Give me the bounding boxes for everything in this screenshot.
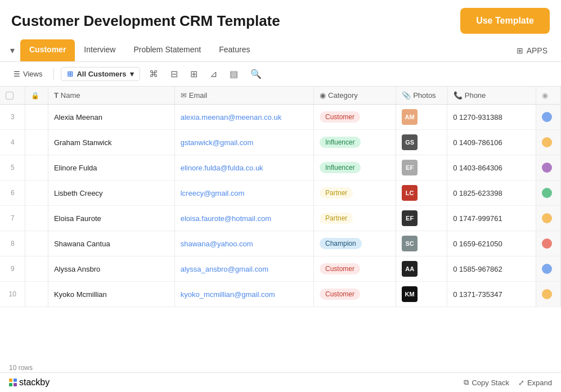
header-checkbox[interactable]	[6, 92, 14, 100]
cell-phone: 0 1585-967862	[447, 256, 536, 282]
cell-category[interactable]: Champion	[314, 231, 396, 256]
cell-category[interactable]: Customer	[314, 256, 396, 282]
cell-photos[interactable]: LC	[396, 181, 447, 205]
table-row[interactable]: 8 Shawana Cantua shawana@yahoo.com Champ…	[0, 231, 561, 256]
col-header-phone[interactable]: 📞 Phone	[447, 87, 536, 105]
cell-category[interactable]: Partner	[314, 181, 396, 206]
photos-type-icon: 📎	[402, 91, 411, 100]
col-header-category[interactable]: ◉ Category	[314, 87, 396, 105]
apps-button[interactable]: ⊞ APPS	[510, 42, 554, 60]
filter-rows-button[interactable]: ⊟	[167, 66, 181, 82]
col-header-email[interactable]: ✉ Email	[174, 87, 313, 105]
filter-rows-icon: ⊟	[170, 69, 178, 79]
table-row[interactable]: 4 Graham Stanwick gstanwick@gmail.com In…	[0, 130, 561, 155]
col-header-checkbox	[0, 87, 25, 105]
cell-email[interactable]: eloisa.faurote@hotmail.com	[174, 206, 313, 231]
brand-name: stackby	[19, 377, 50, 388]
cell-category[interactable]: Customer	[314, 105, 396, 130]
cell-photos[interactable]: GS	[396, 130, 447, 155]
header: Customer Development CRM Template Use Te…	[0, 0, 561, 39]
share-icon: ⌘	[149, 69, 158, 79]
cell-email[interactable]: shawana@yahoo.com	[174, 231, 313, 256]
row-number: 8	[0, 231, 25, 256]
row-lock	[25, 256, 48, 282]
table-row[interactable]: 5 Elinore Fulda elinore.fulda@fulda.co.u…	[0, 155, 561, 181]
filter-button[interactable]: ⊿	[207, 66, 221, 82]
tab-bar: ▾ Customer Interview Problem Statement F…	[0, 39, 561, 62]
cell-category[interactable]: Partner	[314, 206, 396, 231]
row-number: 9	[0, 256, 25, 282]
cell-name[interactable]: Elinore Fulda	[48, 155, 174, 181]
chevron-down-icon: ▾	[130, 70, 134, 78]
col-header-name[interactable]: T Name	[48, 87, 174, 105]
cell-edge	[536, 181, 561, 206]
cell-email[interactable]: lcreecy@gmail.com	[174, 181, 313, 206]
hamburger-icon: ☰	[14, 70, 20, 78]
table-row[interactable]: 6 Lisbeth Creecy lcreecy@gmail.com Partn…	[0, 181, 561, 206]
row-lock	[25, 155, 48, 181]
cell-email[interactable]: elinore.fulda@fulda.co.uk	[174, 155, 313, 181]
cell-email[interactable]: alyssa_ansbro@gmail.com	[174, 256, 313, 282]
row-lock	[25, 231, 48, 256]
cell-name[interactable]: Alyssa Ansbro	[48, 256, 174, 282]
logo-sq-2	[14, 379, 17, 382]
col-header-edge: ◉	[536, 87, 561, 105]
tab-features[interactable]: Features	[210, 39, 259, 61]
cell-phone: 0 1371-735347	[447, 282, 536, 307]
cell-photos[interactable]: AM	[396, 105, 447, 129]
views-button[interactable]: ☰ Views	[9, 67, 47, 80]
col-header-lock: 🔒	[25, 87, 48, 105]
tab-collapse-toggle[interactable]: ▾	[7, 40, 18, 60]
cell-name[interactable]: Eloisa Faurote	[48, 206, 174, 231]
cell-name[interactable]: Alexia Meenan	[48, 105, 174, 130]
col-photos-label: Photos	[413, 91, 436, 100]
copy-stack-button[interactable]: ⧉ Copy Stack	[464, 378, 509, 387]
share-icon-button[interactable]: ⌘	[146, 66, 161, 82]
cell-photos[interactable]: KM	[396, 282, 447, 307]
footer-actions: ⧉ Copy Stack ⤢ Expand	[464, 378, 552, 387]
tab-problem-statement[interactable]: Problem Statement	[124, 39, 210, 61]
cell-category[interactable]: Influencer	[314, 155, 396, 181]
cell-email[interactable]: kyoko_mcmillian@gmail.com	[174, 282, 313, 307]
cell-phone: 0 1659-621050	[447, 231, 536, 256]
cell-name[interactable]: Graham Stanwick	[48, 130, 174, 155]
row-number: 6	[0, 181, 25, 206]
tab-customer[interactable]: Customer	[20, 39, 75, 61]
cell-name[interactable]: Shawana Cantua	[48, 231, 174, 256]
col-header-photos[interactable]: 📎 Photos	[396, 87, 448, 105]
use-template-button[interactable]: Use Template	[460, 8, 550, 34]
cell-name[interactable]: Kyoko Mcmillian	[48, 282, 174, 307]
cell-category[interactable]: Influencer	[314, 130, 396, 155]
phone-type-icon: 📞	[454, 91, 463, 100]
table-row[interactable]: 9 Alyssa Ansbro alyssa_ansbro@gmail.com …	[0, 256, 561, 282]
row-number: 10	[0, 282, 25, 307]
cell-photos[interactable]: AA	[396, 256, 447, 281]
funnel-icon: ⊿	[210, 69, 217, 79]
cell-photos[interactable]: EF	[396, 155, 447, 180]
search-button[interactable]: 🔍	[247, 66, 265, 82]
tab-interview[interactable]: Interview	[75, 39, 124, 61]
logo-sq-4	[14, 383, 17, 386]
cell-phone: 0 1747-999761	[447, 206, 536, 231]
col-email-label: Email	[189, 91, 208, 100]
table-row[interactable]: 3 Alexia Meenan alexia.meenan@meenan.co.…	[0, 105, 561, 130]
cell-photos[interactable]: SC	[396, 231, 447, 256]
cell-photos[interactable]: EF	[396, 206, 447, 231]
layout-icon: ▤	[230, 69, 238, 79]
row-number: 5	[0, 155, 25, 181]
group-button[interactable]: ⊞	[187, 66, 201, 82]
cell-email[interactable]: alexia.meenan@meenan.co.uk	[174, 105, 313, 130]
row-number: 4	[0, 130, 25, 155]
table-row[interactable]: 10 Kyoko Mcmillian kyoko_mcmillian@gmail…	[0, 282, 561, 307]
cell-name[interactable]: Lisbeth Creecy	[48, 181, 174, 206]
brand-logo: stackby	[9, 377, 50, 388]
cell-category[interactable]: Customer	[314, 282, 396, 307]
all-customers-button[interactable]: ⊞ All Customers ▾	[61, 67, 140, 81]
expand-button[interactable]: ⤢ Expand	[518, 379, 552, 387]
cell-email[interactable]: gstanwick@gmail.com	[174, 130, 313, 155]
cell-edge	[536, 231, 561, 256]
layout-button[interactable]: ▤	[226, 66, 241, 82]
table-row[interactable]: 7 Eloisa Faurote eloisa.faurote@hotmail.…	[0, 206, 561, 231]
toolbar: ☰ Views ⊞ All Customers ▾ ⌘ ⊟ ⊞ ⊿ ▤ 🔍	[0, 62, 561, 87]
grid-icon: ⊞	[67, 70, 73, 78]
